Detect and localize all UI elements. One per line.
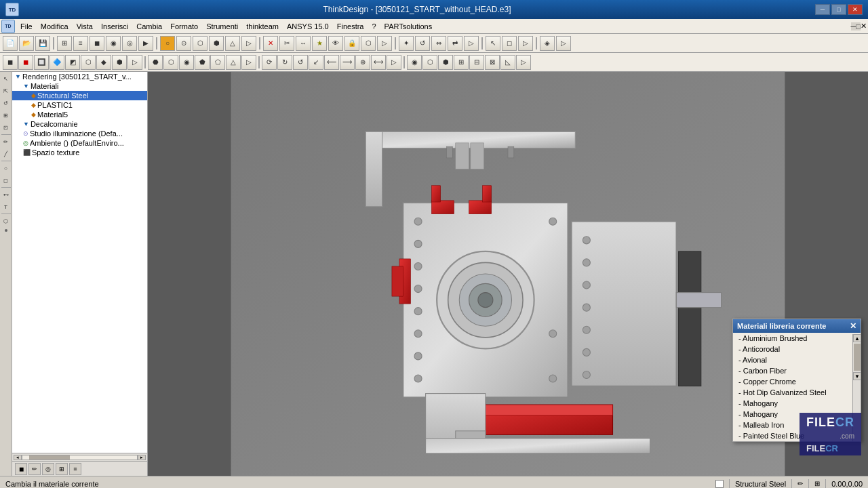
tb2-25[interactable]: ▷: [387, 55, 401, 70]
dropdown-close-icon[interactable]: ✕: [850, 321, 856, 331]
tb2-1[interactable]: ◼: [3, 55, 18, 70]
window-menu-minimize[interactable]: ─: [851, 22, 856, 30]
tb-render1[interactable]: ◉: [106, 36, 121, 51]
tb2-19[interactable]: ↺: [293, 55, 308, 70]
tb2-24[interactable]: ⟷: [371, 55, 386, 70]
menu-strumenti[interactable]: Strumenti: [202, 21, 242, 32]
dropdown-scroll-down[interactable]: ▼: [853, 372, 861, 380]
tool-grid2[interactable]: ⊞: [1, 110, 12, 121]
dropdown-scroll-thumb[interactable]: [854, 344, 861, 371]
tb-render3[interactable]: ◈: [540, 36, 555, 51]
tb2-32[interactable]: ◺: [500, 55, 515, 70]
menu-thinkteam[interactable]: thinkteam: [242, 21, 283, 32]
tb2-18[interactable]: ↻: [277, 55, 292, 70]
tb2-14[interactable]: ⬠: [210, 55, 225, 70]
tree-item[interactable]: ⊙ Studio illuminazione (Defa...: [12, 129, 147, 138]
tb-rotate[interactable]: ↺: [415, 36, 430, 51]
tree-item[interactable]: ◎ Ambiente () (DefaultEnviro...: [12, 138, 147, 148]
tb-circle-tool[interactable]: ○: [160, 36, 175, 51]
dropdown-list-item[interactable]: - Mahogany: [733, 398, 861, 409]
tb2-26[interactable]: ◉: [407, 55, 422, 70]
tree-btn-3[interactable]: ◎: [42, 463, 54, 475]
tb-open[interactable]: 📂: [19, 36, 34, 51]
tb2-7[interactable]: ◆: [96, 55, 111, 70]
tree-btn-1[interactable]: ◼: [15, 463, 27, 475]
tree-scroll-thumb[interactable]: [29, 455, 70, 460]
tb-drop[interactable]: ⬡: [361, 36, 376, 51]
tb2-17[interactable]: ⟳: [262, 55, 277, 70]
tree-item[interactable]: ▼ Decalcomanie: [12, 119, 147, 129]
tb-new[interactable]: 📄: [3, 36, 18, 51]
tool-measure[interactable]: ⊷: [1, 189, 12, 200]
dropdown-list-item[interactable]: - Carbon Fiber: [733, 365, 861, 376]
tb-lock[interactable]: 🔒: [344, 36, 359, 51]
tb-save[interactable]: 💾: [35, 36, 50, 51]
tb2-29[interactable]: ⊞: [454, 55, 469, 70]
tb-red-x[interactable]: ✕: [263, 36, 278, 51]
tree-btn-2[interactable]: ✏: [28, 463, 41, 475]
tool-rotate2[interactable]: ↺: [1, 98, 12, 108]
tree-item[interactable]: ◆ Structural Steel: [12, 91, 147, 100]
tree-item[interactable]: ◆ Material5: [12, 110, 147, 119]
menu-inserisci[interactable]: Inserisci: [97, 21, 132, 32]
tb2-9[interactable]: ▷: [127, 55, 142, 70]
tb-box2[interactable]: ◻: [502, 36, 517, 51]
tree-scrollbar[interactable]: ◂ ▸: [12, 453, 147, 461]
menu-file[interactable]: File: [16, 21, 37, 32]
tb-lines[interactable]: ≡: [73, 36, 88, 51]
tb-arr4[interactable]: ▷: [518, 36, 533, 51]
menu-modifica[interactable]: Modifica: [37, 21, 73, 32]
tool-line[interactable]: ╱: [1, 148, 12, 159]
tree-scroll-left[interactable]: ◂: [14, 455, 22, 460]
tree-item[interactable]: ▼ Rendering [3050121_START_v...: [12, 72, 147, 81]
tb2-20[interactable]: ↙: [309, 55, 323, 70]
tb-sphere[interactable]: ⊙: [176, 36, 191, 51]
tb2-2[interactable]: ◼: [18, 55, 33, 70]
tb-move[interactable]: ✦: [399, 36, 414, 51]
tb-flip[interactable]: ↔: [296, 36, 311, 51]
menu-vista[interactable]: Vista: [73, 21, 97, 32]
minimize-button[interactable]: ─: [815, 4, 830, 15]
tool-text[interactable]: T: [1, 201, 12, 212]
tb2-4[interactable]: 🔷: [50, 55, 64, 70]
tb2-5[interactable]: ◩: [65, 55, 80, 70]
tool-zoom[interactable]: ⊡: [1, 122, 12, 133]
dropdown-list-item[interactable]: - Avional: [733, 354, 861, 365]
dropdown-scroll-up[interactable]: ▲: [853, 334, 861, 342]
tb-box[interactable]: ⬡: [193, 36, 208, 51]
dropdown-list-item[interactable]: - Anticorodal: [733, 344, 861, 354]
tb2-27[interactable]: ⬡: [422, 55, 437, 70]
tb-render2[interactable]: ◎: [122, 36, 137, 51]
tb-cone[interactable]: △: [225, 36, 240, 51]
tb2-22[interactable]: ⟶: [340, 55, 355, 70]
window-menu-close[interactable]: ✕: [861, 22, 867, 30]
maximize-button[interactable]: □: [831, 4, 846, 15]
tb2-11[interactable]: ⬡: [163, 55, 178, 70]
close-button[interactable]: ✕: [848, 4, 863, 15]
tb2-31[interactable]: ⊠: [485, 55, 500, 70]
tb-arr5[interactable]: ▷: [556, 36, 571, 51]
tb2-6[interactable]: ⬡: [81, 55, 96, 70]
tb-shading[interactable]: ◼: [90, 36, 104, 51]
tb-arr3[interactable]: ▷: [464, 36, 479, 51]
tb2-33[interactable]: ▷: [516, 55, 531, 70]
dropdown-list-item[interactable]: - Aluminium Brushed: [733, 333, 861, 344]
tb2-21[interactable]: ⟵: [324, 55, 339, 70]
tb-arrow[interactable]: ▶: [138, 36, 153, 51]
window-menu-restore[interactable]: □: [856, 22, 861, 30]
menu-finestra[interactable]: Finestra: [333, 21, 368, 32]
tb-eye[interactable]: 👁: [328, 36, 343, 51]
tool-rect[interactable]: ◻: [1, 175, 12, 186]
tb-scissors[interactable]: ✂: [279, 36, 294, 51]
tb2-8[interactable]: ⬢: [112, 55, 127, 70]
tb2-30[interactable]: ⊟: [469, 55, 484, 70]
tree-btn-5[interactable]: ≡: [69, 463, 81, 475]
tb-arrow-btn[interactable]: ▷: [241, 36, 256, 51]
menu-cambia[interactable]: Cambia: [132, 21, 166, 32]
tb-scale[interactable]: ⇔: [431, 36, 446, 51]
tool-arrow[interactable]: ⇱: [1, 85, 12, 96]
tb-grid[interactable]: ⊞: [57, 36, 72, 51]
dropdown-list-item[interactable]: - Copper Chrome: [733, 376, 861, 387]
tree-btn-4[interactable]: ⊞: [56, 463, 68, 475]
dropdown-list-item[interactable]: - Hot Dip Galvanized Steel: [733, 387, 861, 398]
